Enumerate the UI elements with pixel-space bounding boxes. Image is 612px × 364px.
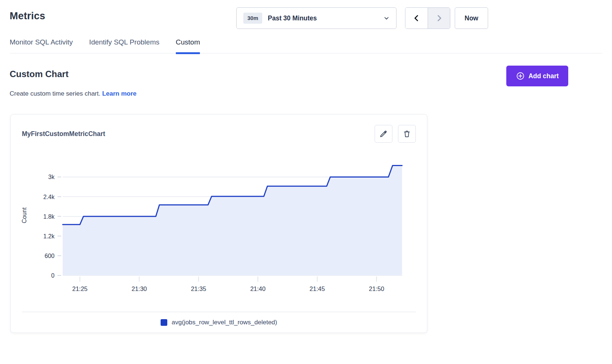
svg-text:21:25: 21:25 — [72, 285, 88, 292]
tab-identify-sql-problems[interactable]: Identify SQL Problems — [89, 38, 159, 53]
delete-chart-button[interactable] — [398, 125, 416, 143]
tab-custom[interactable]: Custom — [176, 38, 200, 53]
next-time-button[interactable] — [428, 8, 450, 29]
chart-card-header: MyFirstCustomMetricChart — [11, 115, 427, 144]
trash-icon — [402, 129, 411, 138]
tab-bar: Monitor SQL Activity Identify SQL Proble… — [10, 38, 602, 53]
svg-text:21:35: 21:35 — [191, 285, 206, 292]
svg-text:1.2k: 1.2k — [43, 233, 55, 239]
legend-swatch — [161, 319, 167, 326]
add-chart-button[interactable]: Add chart — [506, 66, 568, 86]
section-description-text: Create custom time series chart. — [10, 90, 101, 97]
svg-text:0: 0 — [51, 272, 55, 279]
page-title: Metrics — [10, 10, 45, 22]
time-range-dropdown[interactable]: 30m Past 30 Minutes — [236, 7, 397, 29]
legend-label: avg(jobs_row_level_ttl_rows_deleted) — [172, 319, 277, 326]
svg-text:1.8k: 1.8k — [43, 214, 55, 220]
time-step-button-group — [405, 7, 450, 29]
time-range-label: Past 30 Minutes — [268, 14, 384, 22]
chart-actions — [375, 125, 416, 143]
svg-text:2.4k: 2.4k — [43, 194, 55, 200]
legend-divider — [22, 312, 416, 312]
section-description: Create custom time series chart. Learn m… — [10, 90, 136, 97]
svg-text:21:40: 21:40 — [250, 285, 266, 292]
svg-text:3k: 3k — [48, 174, 55, 180]
learn-more-link[interactable]: Learn more — [102, 90, 136, 97]
time-range-badge: 30m — [243, 13, 262, 24]
pencil-icon — [379, 129, 388, 138]
previous-time-button[interactable] — [405, 8, 428, 29]
svg-text:21:30: 21:30 — [132, 285, 147, 292]
metrics-page: Metrics 30m Past 30 Minutes Now Monitor … — [0, 0, 612, 364]
section-heading: Custom Chart — [10, 69, 69, 79]
svg-text:600: 600 — [45, 253, 55, 259]
chevron-right-icon — [435, 14, 443, 22]
now-button[interactable]: Now — [455, 7, 488, 29]
chart-title: MyFirstCustomMetricChart — [22, 125, 105, 138]
tab-monitor-sql-activity[interactable]: Monitor SQL Activity — [10, 38, 73, 53]
plus-circle-icon — [516, 72, 525, 80]
chevron-left-icon — [412, 14, 421, 22]
custom-chart-svg: 06001.2k1.8k2.4k3k21:2521:3021:3521:4021… — [11, 149, 428, 294]
svg-text:Count: Count — [21, 207, 27, 223]
custom-chart-card: MyFirstCustomMetricChart — [10, 114, 427, 333]
svg-text:21:45: 21:45 — [310, 285, 325, 292]
chevron-down-icon — [384, 15, 389, 21]
chart-legend[interactable]: avg(jobs_row_level_ttl_rows_deleted) — [11, 319, 427, 326]
chart-area: 06001.2k1.8k2.4k3k21:2521:3021:3521:4021… — [11, 149, 427, 294]
add-chart-label: Add chart — [529, 72, 559, 80]
svg-text:21:50: 21:50 — [369, 285, 384, 292]
edit-chart-button[interactable] — [375, 125, 392, 143]
